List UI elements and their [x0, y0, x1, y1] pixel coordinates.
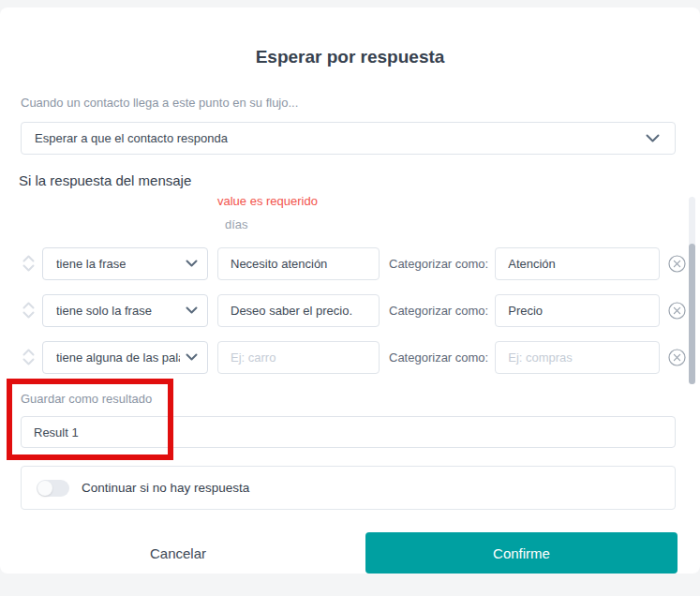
category-input[interactable] — [495, 341, 660, 374]
condition-type-value: tiene la frase — [56, 257, 126, 271]
continue-no-response-label: Continuar si no hay respuesta — [82, 481, 249, 495]
chevron-down-icon — [186, 260, 198, 267]
condition-type-value: tiene alguna de las pala — [56, 350, 180, 365]
remove-row-icon[interactable] — [668, 302, 686, 320]
chevron-down-icon — [186, 306, 198, 314]
wait-action-select-value: Esperar a que el contacto responda — [35, 131, 228, 145]
condition-type-value: tiene solo la frase — [56, 304, 152, 318]
remove-row-icon[interactable] — [668, 349, 686, 366]
conditions-scroll-area: value es requerido días tiene la frase C… — [0, 197, 700, 384]
cancel-button[interactable]: Cancelar — [112, 543, 244, 563]
flow-point-label: Cuando un contacto llega a este punto en… — [21, 96, 298, 110]
condition-row: tiene la frase Categorizar como: — [0, 246, 684, 280]
drag-handle-icon[interactable] — [22, 301, 35, 320]
scrollbar-thumb[interactable] — [689, 244, 695, 384]
days-text: días — [225, 217, 248, 231]
save-as-result-label: Guardar como resultado — [21, 392, 152, 406]
categorize-label: Categorizar como: — [389, 350, 488, 365]
continue-no-response-toggle[interactable] — [37, 480, 69, 497]
wait-for-response-modal: Esperar por respuesta Cuando un contacto… — [0, 7, 700, 574]
drag-handle-icon[interactable] — [22, 254, 35, 273]
toggle-knob — [37, 481, 52, 496]
remove-row-icon[interactable] — [668, 255, 686, 273]
categorize-label: Categorizar como: — [389, 257, 488, 271]
phrase-input[interactable] — [217, 294, 380, 327]
condition-rows: tiene la frase Categorizar como: tiene s… — [0, 246, 684, 374]
chevron-down-icon — [646, 134, 660, 142]
condition-type-select[interactable]: tiene la frase — [42, 247, 208, 280]
chevron-down-icon — [186, 353, 198, 361]
condition-row: tiene solo la frase Categorizar como: — [0, 293, 684, 327]
no-response-option-box: Continuar si no hay respuesta — [21, 466, 676, 510]
condition-row: tiene alguna de las pala Categorizar com… — [0, 340, 684, 374]
validation-error-text: value es requerido — [217, 197, 318, 208]
condition-type-select[interactable]: tiene alguna de las pala — [42, 341, 208, 374]
modal-title: Esperar por respuesta — [0, 47, 700, 67]
confirm-button[interactable]: Confirme — [365, 532, 678, 574]
result-name-input[interactable] — [21, 416, 676, 448]
category-input[interactable] — [495, 247, 660, 280]
phrase-input[interactable] — [217, 247, 380, 280]
categorize-label: Categorizar como: — [389, 304, 488, 318]
wait-action-select[interactable]: Esperar a que el contacto responda — [21, 122, 676, 155]
phrase-input[interactable] — [217, 341, 380, 374]
response-section-label: Si la respuesta del mensaje — [19, 172, 191, 188]
condition-type-select[interactable]: tiene solo la frase — [42, 294, 208, 327]
drag-handle-icon[interactable] — [22, 348, 35, 366]
category-input[interactable] — [495, 294, 660, 327]
